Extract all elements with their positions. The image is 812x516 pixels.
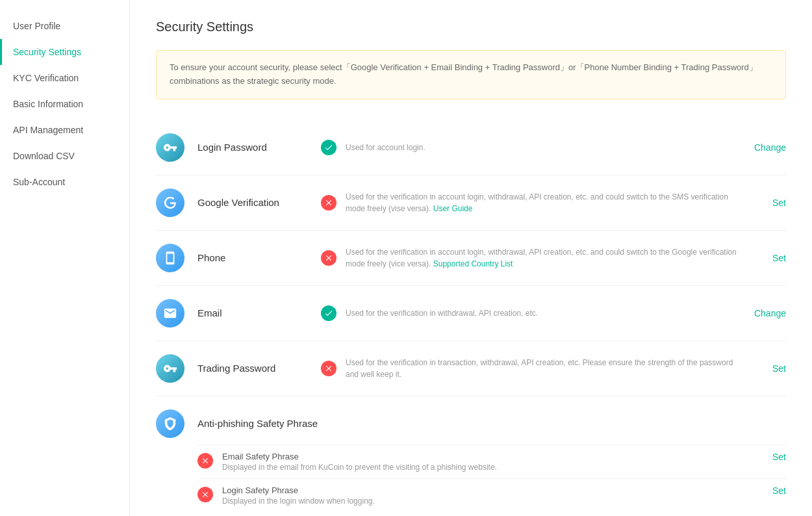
sidebar-item-sub-account[interactable]: Sub-Account [0, 169, 129, 195]
email-safety-phrase-row: Email Safety Phrase Displayed in the ema… [197, 445, 786, 478]
email-safety-phrase-text: Displayed in the email from KuCoin to pr… [222, 463, 741, 472]
security-item-email: Email Used for the verification in withd… [156, 286, 786, 341]
trading-password-icon-circle [156, 354, 184, 383]
phone-action: Set [741, 253, 786, 263]
google-verification-desc: Used for the verification in account log… [346, 191, 741, 214]
email-status [321, 305, 336, 321]
google-verification-status [321, 195, 336, 211]
login-password-icon-circle [156, 133, 184, 162]
sidebar-item-basic-information[interactable]: Basic Information [0, 91, 129, 117]
security-item-google-verification: Google Verification Used for the verific… [156, 175, 786, 231]
email-change-button[interactable]: Change [754, 308, 786, 318]
anti-phishing-main-row: Anti-phishing Safety Phrase [156, 396, 786, 445]
login-safety-phrase-title: Login Safety Phrase [222, 485, 741, 495]
email-safety-phrase-set-button[interactable]: Set [741, 452, 786, 462]
anti-phishing-icon-circle [156, 409, 184, 438]
login-safety-phrase-row: Login Safety Phrase Displayed in the log… [197, 478, 786, 512]
anti-phishing-sub-items: Email Safety Phrase Displayed in the ema… [156, 445, 786, 512]
google-icon [163, 196, 177, 210]
login-safety-phrase-set-button[interactable]: Set [741, 485, 786, 496]
trading-key-icon [163, 361, 177, 376]
login-safety-phrase-status [197, 487, 213, 502]
sidebar-item-api-management[interactable]: API Management [0, 117, 129, 143]
email-desc: Used for the verification in withdrawal,… [346, 307, 741, 319]
sidebar-item-user-profile[interactable]: User Profile [0, 13, 129, 39]
phone-desc: Used for the verification in account log… [346, 246, 741, 270]
trading-password-desc: Used for the verification in transaction… [346, 357, 741, 380]
phone-icon [163, 251, 177, 265]
google-verification-set-button[interactable]: Set [772, 198, 786, 208]
trading-password-action: Set [741, 363, 786, 374]
login-safety-phrase-text: Displayed in the login window when loggi… [222, 497, 741, 506]
email-icon [163, 306, 177, 320]
login-password-label: Login Password [197, 142, 321, 153]
shield-icon [163, 417, 177, 431]
google-verification-action: Set [741, 198, 786, 208]
email-action: Change [741, 308, 786, 318]
phone-set-button[interactable]: Set [772, 253, 786, 263]
login-password-action: Change [741, 142, 786, 153]
phone-status [321, 250, 336, 266]
login-password-desc: Used for account login. [346, 142, 741, 153]
key-icon [163, 140, 177, 155]
login-password-change-button[interactable]: Change [754, 142, 786, 153]
page-title: Security Settings [156, 19, 786, 34]
main-content: Security Settings To ensure your account… [130, 0, 812, 516]
phone-label: Phone [197, 252, 321, 263]
email-safety-phrase-status [197, 453, 213, 469]
email-safety-phrase-desc: Email Safety Phrase Displayed in the ema… [222, 452, 741, 472]
sidebar: User Profile Security Settings KYC Verif… [0, 0, 130, 516]
google-verification-icon-circle [156, 188, 184, 217]
phone-icon-circle [156, 244, 184, 272]
anti-phishing-label: Anti-phishing Safety Phrase [197, 418, 321, 429]
login-password-status [321, 140, 336, 155]
security-item-phone: Phone Used for the verification in accou… [156, 231, 786, 286]
sidebar-item-download-csv[interactable]: Download CSV [0, 143, 129, 169]
email-icon-circle [156, 299, 184, 328]
security-list: Login Password Used for account login. C… [156, 120, 786, 512]
sidebar-item-security-settings[interactable]: Security Settings [0, 39, 129, 65]
anti-phishing-wrapper: Anti-phishing Safety Phrase Email Safety… [156, 396, 786, 512]
trading-password-set-button[interactable]: Set [772, 363, 786, 374]
email-label: Email [197, 307, 321, 318]
notice-banner: To ensure your account security, please … [156, 50, 786, 99]
security-item-trading-password: Trading Password Used for the verificati… [156, 341, 786, 396]
trading-password-label: Trading Password [197, 363, 321, 374]
user-guide-link[interactable]: User Guide [433, 204, 473, 213]
country-list-link[interactable]: Supported Country List [433, 259, 513, 268]
google-verification-label: Google Verification [197, 197, 321, 208]
trading-password-status [321, 361, 336, 376]
security-item-login-password: Login Password Used for account login. C… [156, 120, 786, 175]
sidebar-item-kyc-verification[interactable]: KYC Verification [0, 65, 129, 91]
login-safety-phrase-desc: Login Safety Phrase Displayed in the log… [222, 485, 741, 506]
email-safety-phrase-title: Email Safety Phrase [222, 452, 741, 461]
